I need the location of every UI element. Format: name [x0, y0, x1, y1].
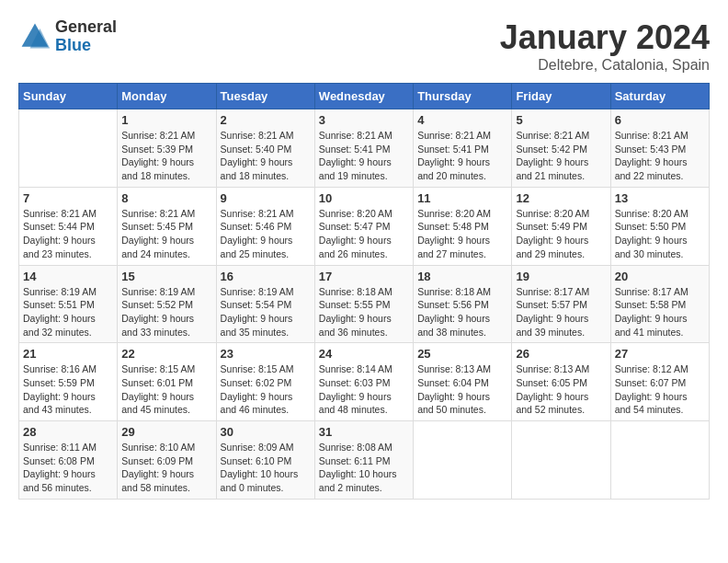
day-number: 16 [221, 270, 311, 283]
day-info: Sunrise: 8:18 AMSunset: 5:56 PMDaylight:… [417, 285, 507, 339]
day-info: Sunrise: 8:08 AMSunset: 6:11 PMDaylight:… [319, 441, 409, 495]
day-cell: 31Sunrise: 8:08 AMSunset: 6:11 PMDayligh… [314, 421, 413, 500]
day-number: 7 [23, 191, 113, 205]
day-number: 19 [516, 270, 606, 283]
day-info: Sunrise: 8:10 AMSunset: 6:09 PMDaylight:… [121, 441, 211, 495]
day-number: 25 [417, 347, 507, 361]
day-number: 1 [121, 113, 211, 127]
day-cell: 6Sunrise: 8:21 AMSunset: 5:43 PMDaylight… [610, 109, 709, 188]
day-info: Sunrise: 8:21 AMSunset: 5:43 PMDaylight:… [615, 129, 705, 183]
day-cell: 3Sunrise: 8:21 AMSunset: 5:41 PMDaylight… [314, 109, 413, 188]
day-info: Sunrise: 8:13 AMSunset: 6:05 PMDaylight:… [516, 362, 606, 417]
day-number: 29 [121, 425, 211, 439]
day-cell: 30Sunrise: 8:09 AMSunset: 6:10 PMDayligh… [216, 421, 314, 500]
day-number: 20 [615, 270, 705, 283]
day-cell: 16Sunrise: 8:19 AMSunset: 5:54 PMDayligh… [216, 265, 314, 343]
day-number: 6 [615, 113, 705, 127]
calendar-table: SundayMondayTuesdayWednesdayThursdayFrid… [18, 83, 710, 500]
day-number: 15 [121, 270, 211, 283]
day-cell: 8Sunrise: 8:21 AMSunset: 5:45 PMDaylight… [118, 187, 216, 265]
day-number: 17 [319, 270, 409, 283]
day-number: 23 [221, 347, 311, 361]
day-cell: 25Sunrise: 8:13 AMSunset: 6:04 PMDayligh… [414, 343, 512, 421]
day-cell: 11Sunrise: 8:20 AMSunset: 5:48 PMDayligh… [414, 187, 512, 265]
day-cell [610, 421, 709, 500]
day-info: Sunrise: 8:19 AMSunset: 5:51 PMDaylight:… [23, 285, 113, 339]
day-cell: 14Sunrise: 8:19 AMSunset: 5:51 PMDayligh… [19, 265, 118, 343]
day-info: Sunrise: 8:21 AMSunset: 5:42 PMDaylight:… [516, 129, 606, 183]
header-cell-sunday: Sunday [19, 84, 118, 109]
day-number: 2 [221, 113, 311, 127]
day-info: Sunrise: 8:21 AMSunset: 5:45 PMDaylight:… [121, 207, 211, 261]
week-row-1: 7Sunrise: 8:21 AMSunset: 5:44 PMDaylight… [19, 187, 710, 265]
day-info: Sunrise: 8:17 AMSunset: 5:57 PMDaylight:… [516, 285, 606, 339]
day-info: Sunrise: 8:20 AMSunset: 5:48 PMDaylight:… [417, 207, 507, 261]
header: General Blue January 2024 Deltebre, Cata… [18, 18, 710, 74]
day-number: 31 [319, 425, 409, 439]
day-cell: 5Sunrise: 8:21 AMSunset: 5:42 PMDaylight… [512, 109, 610, 188]
week-row-2: 14Sunrise: 8:19 AMSunset: 5:51 PMDayligh… [19, 265, 710, 343]
day-cell: 23Sunrise: 8:15 AMSunset: 6:02 PMDayligh… [216, 343, 314, 421]
day-cell: 24Sunrise: 8:14 AMSunset: 6:03 PMDayligh… [314, 343, 413, 421]
header-cell-friday: Friday [512, 84, 610, 109]
calendar-header: SundayMondayTuesdayWednesdayThursdayFrid… [19, 84, 710, 109]
day-number: 22 [121, 347, 211, 361]
day-info: Sunrise: 8:12 AMSunset: 6:07 PMDaylight:… [615, 362, 705, 417]
day-number: 4 [417, 113, 507, 127]
header-cell-tuesday: Tuesday [216, 84, 314, 109]
day-info: Sunrise: 8:20 AMSunset: 5:50 PMDaylight:… [615, 207, 705, 261]
day-number: 12 [516, 191, 606, 205]
day-number: 5 [516, 113, 606, 127]
day-number: 26 [516, 347, 606, 361]
location-title: Deltebre, Catalonia, Spain [500, 57, 710, 74]
day-info: Sunrise: 8:15 AMSunset: 6:01 PMDaylight:… [121, 362, 211, 417]
header-cell-wednesday: Wednesday [314, 84, 413, 109]
day-info: Sunrise: 8:20 AMSunset: 5:49 PMDaylight:… [516, 207, 606, 261]
day-cell: 18Sunrise: 8:18 AMSunset: 5:56 PMDayligh… [414, 265, 512, 343]
day-number: 8 [121, 191, 211, 205]
header-cell-thursday: Thursday [414, 84, 512, 109]
day-cell: 29Sunrise: 8:10 AMSunset: 6:09 PMDayligh… [118, 421, 216, 500]
logo-text: General Blue [55, 18, 117, 55]
day-cell: 27Sunrise: 8:12 AMSunset: 6:07 PMDayligh… [610, 343, 709, 421]
day-cell: 10Sunrise: 8:20 AMSunset: 5:47 PMDayligh… [314, 187, 413, 265]
day-cell: 13Sunrise: 8:20 AMSunset: 5:50 PMDayligh… [610, 187, 709, 265]
day-cell: 4Sunrise: 8:21 AMSunset: 5:41 PMDaylight… [414, 109, 512, 188]
day-info: Sunrise: 8:09 AMSunset: 6:10 PMDaylight:… [221, 441, 311, 495]
day-cell: 17Sunrise: 8:18 AMSunset: 5:55 PMDayligh… [314, 265, 413, 343]
day-cell: 20Sunrise: 8:17 AMSunset: 5:58 PMDayligh… [610, 265, 709, 343]
day-cell: 1Sunrise: 8:21 AMSunset: 5:39 PMDaylight… [118, 109, 216, 188]
week-row-3: 21Sunrise: 8:16 AMSunset: 5:59 PMDayligh… [19, 343, 710, 421]
day-info: Sunrise: 8:19 AMSunset: 5:52 PMDaylight:… [121, 285, 211, 339]
header-row: SundayMondayTuesdayWednesdayThursdayFrid… [19, 84, 710, 109]
day-info: Sunrise: 8:18 AMSunset: 5:55 PMDaylight:… [319, 285, 409, 339]
day-cell: 22Sunrise: 8:15 AMSunset: 6:01 PMDayligh… [118, 343, 216, 421]
day-info: Sunrise: 8:21 AMSunset: 5:41 PMDaylight:… [319, 129, 409, 183]
day-number: 3 [319, 113, 409, 127]
day-number: 18 [417, 270, 507, 283]
calendar-body: 1Sunrise: 8:21 AMSunset: 5:39 PMDaylight… [19, 109, 710, 500]
day-number: 11 [417, 191, 507, 205]
week-row-0: 1Sunrise: 8:21 AMSunset: 5:39 PMDaylight… [19, 109, 710, 188]
day-number: 28 [23, 425, 113, 439]
day-cell [512, 421, 610, 500]
logo: General Blue [18, 18, 117, 55]
day-cell: 2Sunrise: 8:21 AMSunset: 5:40 PMDaylight… [216, 109, 314, 188]
header-cell-saturday: Saturday [610, 84, 709, 109]
day-cell [19, 109, 118, 188]
day-cell: 26Sunrise: 8:13 AMSunset: 6:05 PMDayligh… [512, 343, 610, 421]
day-cell: 19Sunrise: 8:17 AMSunset: 5:57 PMDayligh… [512, 265, 610, 343]
week-row-4: 28Sunrise: 8:11 AMSunset: 6:08 PMDayligh… [19, 421, 710, 500]
day-cell: 9Sunrise: 8:21 AMSunset: 5:46 PMDaylight… [216, 187, 314, 265]
day-number: 10 [319, 191, 409, 205]
day-cell: 15Sunrise: 8:19 AMSunset: 5:52 PMDayligh… [118, 265, 216, 343]
title-area: January 2024 Deltebre, Catalonia, Spain [500, 18, 710, 74]
day-cell [414, 421, 512, 500]
day-number: 9 [221, 191, 311, 205]
day-info: Sunrise: 8:19 AMSunset: 5:54 PMDaylight:… [221, 285, 311, 339]
day-cell: 28Sunrise: 8:11 AMSunset: 6:08 PMDayligh… [19, 421, 118, 500]
day-info: Sunrise: 8:14 AMSunset: 6:03 PMDaylight:… [319, 362, 409, 417]
day-info: Sunrise: 8:21 AMSunset: 5:46 PMDaylight:… [221, 207, 311, 261]
day-info: Sunrise: 8:15 AMSunset: 6:02 PMDaylight:… [221, 362, 311, 417]
day-info: Sunrise: 8:21 AMSunset: 5:44 PMDaylight:… [23, 207, 113, 261]
